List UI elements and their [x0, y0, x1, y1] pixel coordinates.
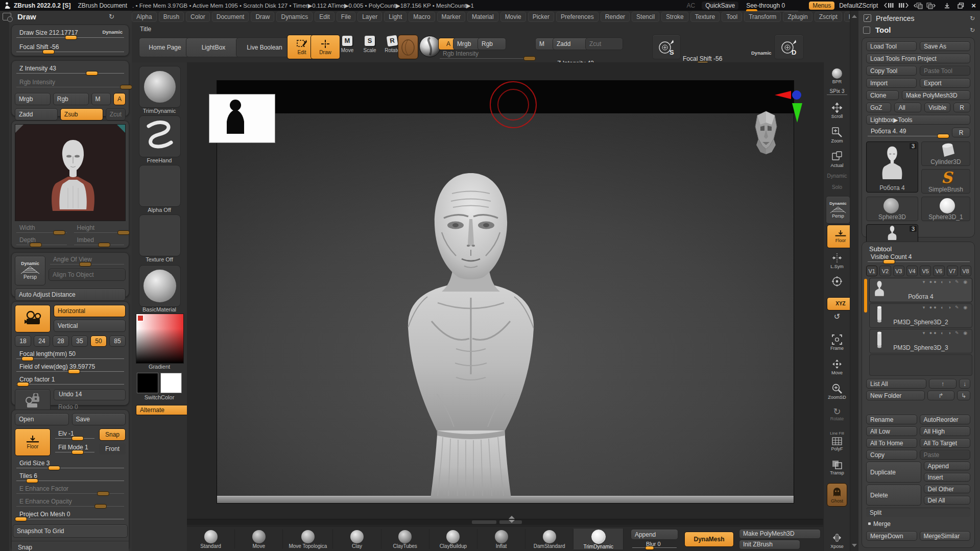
- focal-50-button[interactable]: 50: [90, 336, 107, 347]
- subtool-item-sphere3[interactable]: ▾ ●● ◐ ◑ ✎ ◉ PM3D_Sphere3D_3: [869, 329, 972, 353]
- merge-group-label[interactable]: Merge: [873, 520, 891, 528]
- stroke-curve-d-button[interactable]: D: [774, 35, 804, 59]
- del-other-button[interactable]: Del Other: [924, 485, 971, 493]
- subtool-tab-v7[interactable]: V7: [947, 266, 958, 276]
- subtool-tab-v2[interactable]: V2: [879, 266, 891, 276]
- tool-thumb-simplebrush[interactable]: S SimpleBrush: [921, 169, 970, 194]
- subtool-tab-v8[interactable]: V8: [960, 266, 971, 276]
- front-button[interactable]: Front: [99, 443, 126, 454]
- menu-stencil[interactable]: Stencil: [632, 12, 659, 22]
- tool-thumb-sphere3d-1[interactable]: Sphere3D_1: [921, 197, 970, 221]
- secondary-color-swatch[interactable]: [160, 373, 182, 393]
- shelf-dynamic-label[interactable]: Dynamic: [751, 50, 772, 56]
- snap-button[interactable]: Snap: [99, 428, 126, 441]
- subtool-down-button[interactable]: ↓: [959, 379, 970, 389]
- focal-35-button[interactable]: 35: [71, 336, 88, 347]
- auto-adjust-distance-button[interactable]: Auto Adjust Distance: [15, 289, 126, 301]
- tool-thumb-cylinder3d[interactable]: Cylinder3D: [921, 141, 970, 166]
- rotate-shelf-button[interactable]: ↻ Rotate: [825, 408, 849, 421]
- h-scroll-handle-1[interactable]: [472, 520, 496, 524]
- project-on-mesh-slider[interactable]: Project On Mesh 0: [15, 511, 126, 520]
- save-as-button[interactable]: Save As: [920, 41, 970, 51]
- menu-zscript[interactable]: Zscript: [815, 12, 842, 22]
- e-enhance-factor-slider[interactable]: E Enhance Factor: [15, 485, 126, 495]
- subtool-item-icons[interactable]: ▾ ●● ◐ ◑ ✎ ◉: [923, 279, 969, 284]
- close-icon[interactable]: ×: [971, 1, 976, 10]
- menu-macro[interactable]: Macro: [409, 12, 435, 22]
- list-all-button[interactable]: List All: [866, 379, 926, 389]
- paste-tool-button[interactable]: Paste Tool: [920, 66, 970, 76]
- focal-shift-slider[interactable]: Focal Shift -56: [15, 43, 126, 53]
- move-mode-button[interactable]: M Move: [337, 36, 357, 53]
- del-all-button[interactable]: Del All: [924, 496, 971, 505]
- mergesimilar-button[interactable]: MergeSimilar: [920, 531, 971, 541]
- bpr-button[interactable]: BPR: [825, 68, 849, 84]
- menu-texture[interactable]: Texture: [690, 12, 720, 22]
- save-button[interactable]: Save: [72, 413, 126, 425]
- menu-tool[interactable]: Tool: [722, 12, 742, 22]
- clone-button[interactable]: Clone: [866, 90, 899, 100]
- color-picker-swatch[interactable]: [137, 315, 144, 321]
- canvas-area[interactable]: [187, 62, 823, 526]
- brush-slot-claytubes[interactable]: ClayTubes: [381, 529, 429, 549]
- zadd-button[interactable]: Zadd: [553, 38, 590, 50]
- subtool-title[interactable]: Subtool: [869, 245, 892, 253]
- init-zbrush-button[interactable]: Init ZBrush: [739, 540, 800, 549]
- new-folder-button[interactable]: New Folder: [866, 391, 925, 400]
- zoom3d-button[interactable]: ZoomSD: [825, 383, 849, 400]
- e-enhance-opacity-slider[interactable]: E Enhance Opacity: [15, 498, 126, 508]
- grid-size-slider[interactable]: Grid Size 3: [15, 460, 126, 469]
- h-scroll-arrows-icon[interactable]: [509, 516, 515, 519]
- load-tools-from-project-button[interactable]: Load Tools From Project: [866, 54, 970, 63]
- spix-slider[interactable]: SPix 3: [825, 89, 849, 95]
- menu-preferences[interactable]: Preferences: [556, 12, 599, 22]
- all-high-button[interactable]: All High: [920, 426, 971, 436]
- menus-button[interactable]: Menus: [808, 1, 835, 10]
- preview-corner-tl-icon[interactable]: [15, 125, 23, 133]
- delete-button[interactable]: Delete: [866, 485, 921, 506]
- split-row-button[interactable]: Split: [866, 508, 970, 517]
- goz-button[interactable]: GoZ: [866, 103, 891, 112]
- tool-reload-icon[interactable]: ↻: [970, 27, 975, 34]
- make-polymesh3d-button[interactable]: Make PolyMesh3D: [739, 529, 821, 539]
- rgb-intensity-slider[interactable]: Rgb Intensity: [438, 50, 535, 60]
- menu-movie[interactable]: Movie: [500, 12, 526, 22]
- divider-next-icon[interactable]: [925, 2, 936, 9]
- subtool-item-sphere2[interactable]: ▾ ●● ◐ ◑ ✎ ◉ PM3D_Sphere3D_2: [869, 303, 972, 328]
- visible-button[interactable]: Visible: [924, 103, 950, 112]
- right-tray-toggle-icon[interactable]: [897, 2, 909, 9]
- preview-corner-tr-icon[interactable]: [117, 125, 125, 133]
- local-pivot-button[interactable]: [825, 276, 849, 287]
- polyframe-button[interactable]: Line Fill PolyF: [825, 431, 849, 451]
- floor-button[interactable]: Floor: [15, 428, 51, 456]
- snap-row-button[interactable]: Snap: [12, 541, 129, 551]
- make-polymesh3d-tool-button[interactable]: Make PolyMesh3D: [902, 90, 970, 100]
- depth-slider[interactable]: Depth: [15, 236, 68, 246]
- quicksave-button[interactable]: QuickSave: [701, 1, 739, 10]
- fill-mode-slider[interactable]: Fill Mode 1: [54, 444, 96, 453]
- subtool-up-button[interactable]: ↑: [929, 379, 957, 389]
- brush-slot-damstandard[interactable]: DamStandard: [525, 529, 573, 549]
- texture-thumb[interactable]: [139, 214, 181, 256]
- divider-prev-icon[interactable]: [914, 2, 924, 9]
- brush-slot-move-topological[interactable]: Move Topologica: [283, 529, 333, 549]
- focal-length-slider[interactable]: Focal length(mm) 50: [15, 350, 126, 360]
- mrgb-toggle[interactable]: Mrgb: [15, 93, 51, 105]
- brush-slot-trimdynamic[interactable]: TrimDynamic: [573, 529, 624, 549]
- tool-preview[interactable]: [15, 124, 126, 221]
- menu-alpha[interactable]: Alpha: [132, 12, 157, 22]
- move-up-folder-button[interactable]: ↱: [927, 391, 954, 400]
- subtool-tab-v5[interactable]: V5: [920, 266, 931, 276]
- focal-24-button[interactable]: 24: [34, 336, 50, 347]
- m-toggle[interactable]: M: [91, 93, 111, 105]
- zcut-toggle[interactable]: Zcut: [106, 108, 126, 121]
- brush-slot-clay[interactable]: Clay: [333, 529, 381, 549]
- menu-material[interactable]: Material: [467, 12, 498, 22]
- move-shelf-button[interactable]: Move: [825, 358, 849, 375]
- rgb-intensity-slider-panel[interactable]: Rgb Intensity: [15, 79, 126, 88]
- menu-edit[interactable]: Edit: [315, 12, 334, 22]
- duplicate-button[interactable]: Duplicate: [866, 462, 921, 483]
- brush-slot-claybuildup[interactable]: ClayBuildup: [429, 529, 477, 549]
- focal-28-button[interactable]: 28: [53, 336, 69, 347]
- focal-85-button[interactable]: 85: [109, 336, 126, 347]
